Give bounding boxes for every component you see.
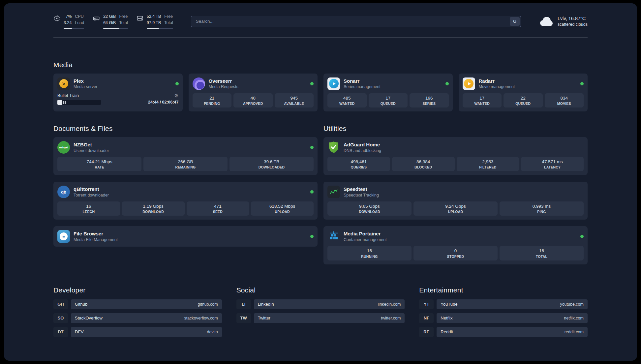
- bookmark-link[interactable]: Github github.com: [71, 299, 222, 309]
- app-card-filebrowser[interactable]: ≡ File Browser Media File Management: [53, 226, 318, 247]
- app-text: Radarr Movie management: [479, 78, 515, 90]
- bookmark-link[interactable]: Twitter twitter.com: [254, 313, 405, 323]
- stat-tile-rate: 744.21 Mbps RATE: [57, 157, 141, 171]
- app-card-overseerr[interactable]: Overseerr Media Requests 21 PENDING 40 A…: [189, 74, 318, 111]
- bookmark-items: LI LinkedIn linkedin.com TW Twitter twit…: [236, 299, 405, 323]
- weather-widget: Lviv, 16.87°C scattered clouds: [539, 15, 588, 27]
- plex-icon: >: [57, 77, 70, 90]
- stat-tile-queued: 22 QUEUED: [504, 93, 543, 107]
- app-card-plex[interactable]: > Plex Media server Bullet Train ⚙ 24:44…: [53, 74, 183, 111]
- bookmark-items: GH Github github.com SO StackOverflow st…: [53, 299, 222, 337]
- bookmark-link[interactable]: LinkedIn linkedin.com: [254, 299, 405, 309]
- stat-value: 834: [546, 96, 583, 101]
- app-card-header: Sonarr Series management: [327, 77, 449, 90]
- stat-value: 40: [235, 96, 271, 101]
- stat-value: 16: [329, 248, 410, 254]
- weather-location: Lviv, 16.87°C: [558, 15, 588, 22]
- stat-value: 22: [505, 96, 541, 101]
- app-card-header: nzbget NZBGet Usenet downloader: [57, 141, 314, 154]
- bookmark-linkedin[interactable]: LI LinkedIn linkedin.com: [236, 299, 405, 309]
- cpu-icon: [53, 15, 60, 22]
- bookmark-icon: RE: [419, 327, 434, 337]
- bookmark-github[interactable]: GH Github github.com: [53, 299, 222, 309]
- app-description: DNS and adblocking: [344, 148, 381, 153]
- documents-cards: nzbget NZBGet Usenet downloader 744.21 M…: [53, 137, 318, 247]
- stat-label: SEED: [188, 210, 248, 214]
- bookmark-group-entertainment: Entertainment YT YouTube youtube.com NF …: [419, 286, 588, 337]
- app-card-portainer[interactable]: Media Portainer Container management 16 …: [323, 226, 588, 264]
- app-card-qbittorrent[interactable]: qb qBittorrent Torrent downloader 16 LEE…: [53, 182, 318, 220]
- bookmark-link[interactable]: Reddit reddit.com: [437, 327, 588, 337]
- bookmark-netflix[interactable]: NF Netflix netflix.com: [419, 313, 588, 323]
- bookmark-stackoverflow[interactable]: SO StackOverflow stackoverflow.com: [53, 313, 222, 323]
- stat-label: BLOCKED: [393, 165, 453, 169]
- stat-label: STOPPED: [415, 255, 496, 258]
- stat-tile-queries: 498,461 QUERIES: [327, 157, 390, 171]
- cpu-load-label: Load: [75, 20, 84, 26]
- bookmark-link[interactable]: Netflix netflix.com: [437, 313, 588, 323]
- utilities-cards: AdGuard Home DNS and adblocking 498,461 …: [323, 137, 588, 264]
- cpu-label: CPU: [75, 14, 84, 19]
- bookmark-url: reddit.com: [565, 330, 584, 334]
- memory-monitor: 22 GiB 64 GiB Free Total: [93, 14, 128, 29]
- status-online-dot: [310, 146, 314, 149]
- bookmark-name: Github: [75, 302, 87, 307]
- search-input[interactable]: [191, 16, 521, 27]
- app-text: Plex Media server: [74, 78, 97, 90]
- bookmark-url: stackoverflow.com: [184, 316, 218, 320]
- app-card-radarr[interactable]: Radarr Movie management 17 WANTED 22 QUE…: [459, 74, 588, 111]
- storage-total-label: Total: [164, 20, 173, 26]
- bookmark-url: dev.to: [207, 330, 218, 334]
- app-card-speedtest[interactable]: Speedtest Speedtest Tracking 9.65 Gbps D…: [323, 182, 588, 220]
- bookmark-name: LinkedIn: [258, 302, 274, 307]
- app-text: Sonarr Series management: [344, 78, 381, 90]
- app-name: Plex: [74, 78, 97, 84]
- search-engine-button[interactable]: G: [510, 17, 520, 26]
- app-text: Media Portainer Container management: [344, 230, 387, 242]
- memory-total-value: 64 GiB: [103, 20, 116, 26]
- cpu-monitor: 7% 3.24 CPU Load: [53, 14, 84, 29]
- bookmark-link[interactable]: DEV dev.to: [71, 327, 222, 337]
- stat-label: QUEUED: [370, 102, 407, 106]
- status-online-dot: [175, 82, 179, 85]
- app-text: AdGuard Home DNS and adblocking: [344, 141, 381, 153]
- playback-progress-fill: [57, 100, 62, 105]
- bookmark-twitter[interactable]: TW Twitter twitter.com: [236, 313, 405, 323]
- stat-tile-movies: 834 MOVIES: [545, 93, 584, 107]
- app-card-adguard[interactable]: AdGuard Home DNS and adblocking 498,461 …: [323, 137, 588, 175]
- media-grid: > Plex Media server Bullet Train ⚙ 24:44…: [53, 74, 588, 111]
- stat-tile-filtered: 2,953 FILTERED: [457, 157, 519, 171]
- app-name: Speedtest: [344, 186, 379, 193]
- bookmark-reddit[interactable]: RE Reddit reddit.com: [419, 327, 588, 337]
- bookmark-dev[interactable]: DT DEV dev.to: [53, 327, 222, 337]
- qbittorrent-icon: qb: [57, 186, 70, 198]
- bookmarks-grid: Developer GH Github github.com SO StackO…: [53, 286, 588, 337]
- stat-tile-queued: 17 QUEUED: [369, 93, 408, 107]
- stat-value: 498,461: [329, 159, 389, 165]
- bookmark-icon: LI: [236, 299, 251, 309]
- stats-row: 21 PENDING 40 APPROVED 945 AVAILABLE: [193, 93, 314, 107]
- middle-columns: Documents & Files nzbget NZBGet Usenet d…: [53, 125, 588, 264]
- gear-icon[interactable]: ⚙: [174, 93, 178, 98]
- app-card-nzbget[interactable]: nzbget NZBGet Usenet downloader 744.21 M…: [53, 137, 318, 175]
- app-description: Speedtest Tracking: [344, 193, 379, 198]
- bookmark-link[interactable]: YouTube youtube.com: [437, 299, 588, 309]
- status-online-dot: [310, 190, 314, 194]
- playback-progress-bar[interactable]: [57, 100, 101, 105]
- bookmark-group-title: Social: [236, 286, 405, 294]
- cpu-usage-bar: [64, 28, 84, 29]
- app-card-sonarr[interactable]: Sonarr Series management 485 WANTED 17 Q…: [323, 74, 453, 111]
- bookmark-url: netflix.com: [564, 316, 584, 320]
- bookmark-icon: TW: [236, 313, 251, 323]
- stat-value: 196: [411, 96, 447, 101]
- stat-value: 0: [415, 248, 496, 254]
- app-text: qBittorrent Torrent downloader: [74, 186, 109, 198]
- stat-label: AVAILABLE: [276, 102, 313, 106]
- pause-icon[interactable]: [63, 101, 66, 104]
- stat-value: 86,384: [393, 159, 453, 165]
- stat-tile-leech: 16 LEECH: [57, 201, 120, 216]
- bookmark-youtube[interactable]: YT YouTube youtube.com: [419, 299, 588, 309]
- speedtest-icon: [327, 186, 340, 198]
- stat-label: DOWNLOAD: [329, 210, 410, 214]
- bookmark-link[interactable]: StackOverflow stackoverflow.com: [71, 313, 222, 323]
